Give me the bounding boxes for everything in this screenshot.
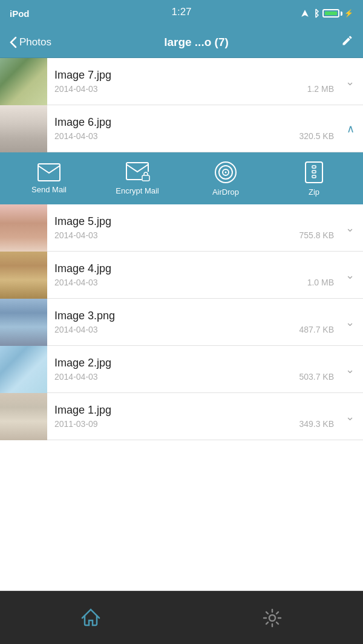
file-size-3: 487.7 KB xyxy=(299,325,334,334)
file-meta-7: 2014-04-03 1.2 MB xyxy=(54,84,356,94)
file-info-5: Image 5.jpg 2014-04-03 755.8 KB xyxy=(47,215,363,240)
svg-rect-7 xyxy=(306,162,322,183)
file-thumb-7 xyxy=(0,58,47,105)
location-icon xyxy=(301,9,309,18)
file-size-4: 1.0 MB xyxy=(307,278,334,287)
file-date-7: 2014-04-03 xyxy=(54,84,98,94)
status-icons: ⚡ xyxy=(301,8,353,18)
device-name: iPod xyxy=(10,8,30,19)
send-mail-button[interactable]: Send Mail xyxy=(10,158,88,199)
status-bar: iPod 1:27 ⚡ xyxy=(0,0,363,27)
airdrop-button[interactable]: AirDrop xyxy=(186,156,265,201)
svg-rect-9 xyxy=(312,171,316,173)
envelope-icon xyxy=(38,163,60,181)
battery-icon: ⚡ xyxy=(322,9,353,18)
file-item-5[interactable]: Image 5.jpg 2014-04-03 755.8 KB ⌄ xyxy=(0,204,363,252)
file-info-7: Image 7.jpg 2014-04-03 1.2 MB xyxy=(47,69,363,94)
file-thumb-3 xyxy=(0,299,47,346)
send-mail-label: Send Mail xyxy=(31,185,67,194)
file-chevron-5: ⌄ xyxy=(345,221,355,235)
file-meta-3: 2014-04-03 487.7 KB xyxy=(54,325,356,334)
file-size-1: 349.3 KB xyxy=(299,419,334,429)
back-chevron-icon xyxy=(10,36,17,48)
file-chevron-2: ⌄ xyxy=(345,363,355,376)
file-size-6: 320.5 KB xyxy=(299,131,334,141)
file-chevron-6: ∧ xyxy=(347,122,355,135)
svg-rect-8 xyxy=(312,166,316,168)
file-thumb-1 xyxy=(0,393,47,440)
lock-envelope-icon xyxy=(126,162,149,183)
encrypt-mail-button[interactable]: Encrypt Mail xyxy=(98,157,177,200)
file-date-4: 2014-04-03 xyxy=(54,278,98,287)
airdrop-icon xyxy=(214,161,237,184)
zip-button[interactable]: Zip xyxy=(275,156,353,201)
file-size-5: 755.8 KB xyxy=(299,230,334,240)
nav-title: large ...o (7) xyxy=(164,36,229,49)
file-name-1: Image 1.jpg xyxy=(54,404,356,417)
file-item-4[interactable]: Image 4.jpg 2014-04-03 1.0 MB ⌄ xyxy=(0,252,363,299)
file-name-7: Image 7.jpg xyxy=(54,69,356,82)
pencil-icon xyxy=(341,34,353,47)
file-info-6: Image 6.jpg 2014-04-03 320.5 KB xyxy=(47,116,363,141)
file-meta-1: 2011-03-09 349.3 KB xyxy=(54,419,356,429)
back-label: Photos xyxy=(19,36,51,48)
file-meta-5: 2014-04-03 755.8 KB xyxy=(54,230,356,240)
svg-rect-2 xyxy=(142,175,149,181)
file-name-5: Image 5.jpg xyxy=(54,215,356,228)
zip-icon xyxy=(304,161,324,184)
file-item-7[interactable]: Image 7.jpg 2014-04-03 1.2 MB ⌄ xyxy=(0,58,363,105)
zip-label: Zip xyxy=(309,187,319,197)
file-size-7: 1.2 MB xyxy=(307,84,334,94)
airdrop-label: AirDrop xyxy=(212,187,239,197)
file-info-2: Image 2.jpg 2014-04-03 503.7 KB xyxy=(47,357,363,382)
file-info-3: Image 3.png 2014-04-03 487.7 KB xyxy=(47,310,363,334)
file-item-2[interactable]: Image 2.jpg 2014-04-03 503.7 KB ⌄ xyxy=(0,346,363,393)
file-name-2: Image 2.jpg xyxy=(54,357,356,369)
file-date-3: 2014-04-03 xyxy=(54,325,98,334)
file-meta-4: 2014-04-03 1.0 MB xyxy=(54,278,356,287)
tab-bar xyxy=(0,591,363,644)
svg-point-6 xyxy=(225,171,227,173)
file-item-3[interactable]: Image 3.png 2014-04-03 487.7 KB ⌄ xyxy=(0,299,363,346)
file-info-1: Image 1.jpg 2011-03-09 349.3 KB xyxy=(47,404,363,429)
gear-icon xyxy=(259,605,286,631)
file-info-4: Image 4.jpg 2014-04-03 1.0 MB xyxy=(47,262,363,287)
file-chevron-7: ⌄ xyxy=(345,75,355,88)
back-button[interactable]: Photos xyxy=(10,36,51,48)
file-chevron-1: ⌄ xyxy=(345,410,355,423)
home-tab-button[interactable] xyxy=(67,600,115,636)
file-thumb-5 xyxy=(0,204,47,252)
file-date-1: 2011-03-09 xyxy=(54,419,98,429)
file-name-3: Image 3.png xyxy=(54,310,356,322)
home-icon xyxy=(77,605,104,631)
file-name-4: Image 4.jpg xyxy=(54,262,356,275)
settings-tab-button[interactable] xyxy=(248,600,296,636)
bluetooth-icon xyxy=(312,8,319,18)
action-bar: Send Mail Encrypt Mail xyxy=(0,152,363,204)
file-meta-2: 2014-04-03 503.7 KB xyxy=(54,372,356,382)
file-size-2: 503.7 KB xyxy=(299,372,334,382)
file-thumb-2 xyxy=(0,346,47,393)
file-chevron-3: ⌄ xyxy=(345,316,355,329)
file-item-1[interactable]: Image 1.jpg 2011-03-09 349.3 KB ⌄ xyxy=(0,393,363,440)
file-date-2: 2014-04-03 xyxy=(54,372,98,382)
file-date-6: 2014-04-03 xyxy=(54,131,98,141)
svg-point-11 xyxy=(269,615,275,621)
svg-rect-10 xyxy=(312,175,316,178)
file-date-5: 2014-04-03 xyxy=(54,230,98,240)
nav-bar: Photos large ...o (7) xyxy=(0,27,363,58)
content-area: Image 7.jpg 2014-04-03 1.2 MB ⌄ Image 6.… xyxy=(0,58,363,591)
status-time: 1:27 xyxy=(171,6,191,18)
encrypt-mail-label: Encrypt Mail xyxy=(116,186,159,195)
edit-button[interactable] xyxy=(341,34,353,50)
file-thumb-6 xyxy=(0,105,47,152)
file-meta-6: 2014-04-03 320.5 KB xyxy=(54,131,356,141)
file-thumb-4 xyxy=(0,252,47,299)
file-name-6: Image 6.jpg xyxy=(54,116,356,129)
file-item-6[interactable]: Image 6.jpg 2014-04-03 320.5 KB ∧ xyxy=(0,105,363,152)
file-chevron-4: ⌄ xyxy=(345,268,355,282)
